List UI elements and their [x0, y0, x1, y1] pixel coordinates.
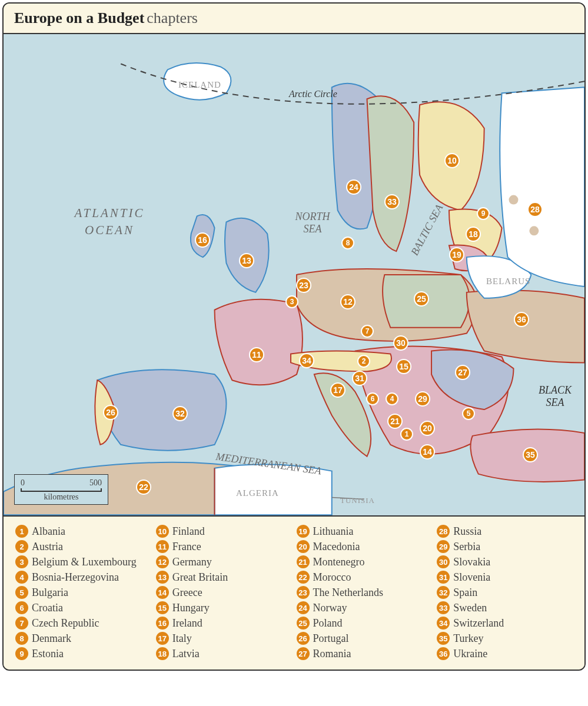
legend-item-6: 6Croatia	[15, 601, 151, 614]
marker-15: 15	[396, 359, 411, 374]
marker-21: 21	[387, 414, 403, 429]
legend-label: Russia	[453, 525, 481, 538]
legend-num: 36	[437, 647, 450, 660]
scale-box: 0 500 kilometres	[14, 474, 108, 505]
legend-num: 29	[437, 540, 450, 553]
legend-label: Croatia	[32, 602, 63, 614]
legend-num: 11	[156, 540, 169, 553]
legend-item-10: 10Finland	[156, 525, 292, 538]
legend-item-29: 29Serbia	[437, 540, 573, 553]
legend-num: 1	[15, 525, 28, 538]
legend-num: 18	[156, 647, 169, 660]
legend-item-17: 17Italy	[156, 632, 292, 645]
marker-28: 28	[527, 202, 543, 217]
marker-7: 7	[361, 325, 374, 338]
legend-num: 2	[15, 540, 28, 553]
legend-item-14: 14Greece	[156, 586, 292, 599]
marker-1: 1	[400, 428, 413, 441]
legend-num: 33	[437, 601, 450, 614]
legend-item-26: 26Portugal	[297, 632, 433, 645]
marker-6: 6	[366, 392, 379, 405]
legend-num: 6	[15, 601, 28, 614]
legend-item-12: 12Germany	[156, 555, 292, 568]
legend-label: Ireland	[172, 617, 202, 630]
legend-num: 24	[297, 601, 310, 614]
legend-num: 3	[15, 555, 28, 568]
legend-label: Italy	[172, 632, 192, 645]
legend-num: 15	[156, 601, 169, 614]
title-light: chapters	[147, 9, 198, 26]
legend-num: 5	[15, 586, 28, 599]
marker-26: 26	[103, 405, 118, 420]
legend-item-18: 18Latvia	[156, 647, 292, 660]
marker-19: 19	[449, 247, 464, 262]
legend-label: Montenegro	[313, 556, 365, 568]
legend-item-32: 32Spain	[437, 586, 573, 599]
legend-label: Estonia	[32, 648, 64, 660]
legend-item-3: 3Belgium & Luxembourg	[15, 555, 151, 568]
legend-item-4: 4Bosnia-Herzegovina	[15, 571, 151, 584]
legend-item-28: 28Russia	[437, 525, 573, 538]
legend-item-31: 31Slovenia	[437, 571, 573, 584]
legend-item-27: 27Romania	[297, 647, 433, 660]
map-card: Europe on a Budget chapters	[2, 2, 586, 671]
legend-label: Portugal	[313, 632, 349, 645]
legend-label: Hungary	[172, 602, 210, 614]
marker-16: 16	[195, 232, 210, 248]
legend-item-19: 19Lithuania	[297, 525, 433, 538]
marker-32: 32	[172, 406, 188, 421]
legend-item-11: 11France	[156, 540, 292, 553]
marker-34: 34	[299, 353, 314, 368]
marker-22: 22	[136, 479, 151, 495]
scale-max: 500	[89, 478, 102, 488]
legend-num: 27	[297, 647, 310, 660]
legend-num: 23	[297, 586, 310, 599]
legend-label: Turkey	[453, 632, 483, 645]
legend-num: 31	[437, 571, 450, 584]
legend-num: 34	[437, 617, 450, 630]
legend-item-23: 23The Netherlands	[297, 586, 433, 599]
legend-item-7: 7Czech Republic	[15, 617, 151, 630]
marker-18: 18	[466, 227, 481, 242]
legend-num: 10	[156, 525, 169, 538]
legend-num: 26	[297, 632, 310, 645]
legend-item-13: 13Great Britain	[156, 571, 292, 584]
legend-item-35: 35Turkey	[437, 632, 573, 645]
legend-num: 32	[437, 586, 450, 599]
marker-31: 31	[352, 371, 367, 386]
legend-item-1: 1Albania	[15, 525, 151, 538]
map-area: ATLANTIC OCEAN NORTH SEA BALTIC SEA BLAC…	[4, 34, 584, 517]
legend-item-9: 9Estonia	[15, 647, 151, 660]
marker-4: 4	[386, 392, 398, 405]
marker-2: 2	[357, 355, 370, 368]
legend-item-20: 20Macedonia	[297, 540, 433, 553]
legend-label: Latvia	[172, 648, 200, 660]
marker-20: 20	[420, 421, 435, 436]
legend-item-21: 21Montenegro	[297, 555, 433, 568]
marker-12: 12	[340, 294, 356, 309]
title-bold: Europe on a Budget	[14, 9, 144, 26]
legend-label: Denmark	[32, 632, 71, 645]
legend-label: Norway	[313, 602, 347, 614]
legend-item-16: 16Ireland	[156, 617, 292, 630]
legend-label: Great Britain	[172, 571, 228, 584]
legend: 1Albania10Finland19Lithuania28Russia2Aus…	[4, 517, 584, 670]
legend-label: Switzerland	[453, 617, 504, 630]
legend-item-24: 24Norway	[297, 601, 433, 614]
legend-num: 28	[437, 525, 450, 538]
legend-num: 19	[297, 525, 310, 538]
legend-item-22: 22Morocco	[297, 571, 433, 584]
legend-num: 7	[15, 617, 28, 630]
legend-label: Germany	[172, 556, 212, 568]
marker-9: 9	[477, 207, 490, 220]
marker-5: 5	[462, 407, 475, 420]
legend-label: Sweden	[453, 602, 487, 614]
legend-label: Albania	[32, 525, 65, 538]
legend-label: Greece	[172, 587, 202, 599]
legend-label: Bosnia-Herzegovina	[32, 571, 119, 584]
legend-label: Morocco	[313, 571, 351, 584]
marker-25: 25	[414, 291, 429, 307]
legend-num: 12	[156, 555, 169, 568]
legend-num: 14	[156, 586, 169, 599]
marker-13: 13	[239, 253, 254, 268]
